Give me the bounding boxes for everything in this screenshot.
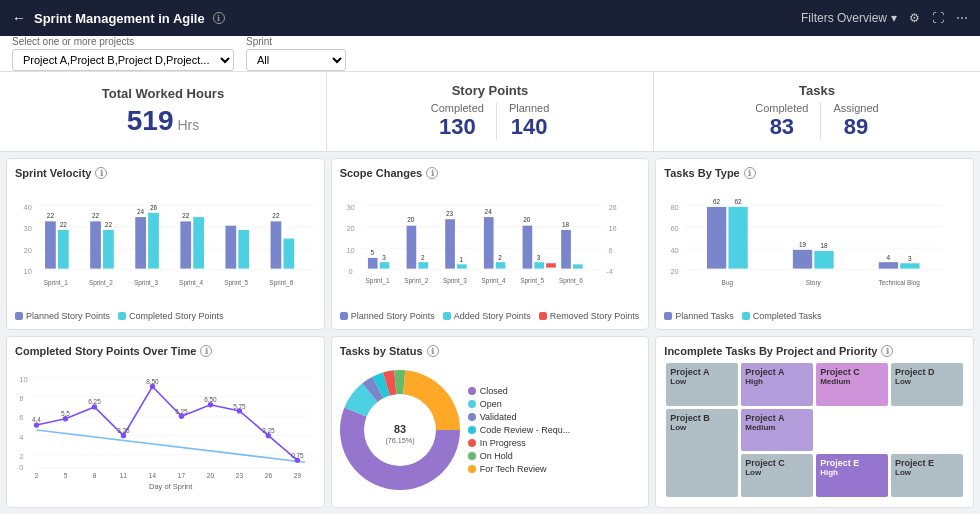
svg-text:5: 5 <box>370 249 374 256</box>
svg-text:16: 16 <box>608 224 616 233</box>
svg-text:20: 20 <box>207 472 215 479</box>
svg-text:3.25: 3.25 <box>262 427 275 434</box>
svg-text:3.25: 3.25 <box>117 427 130 434</box>
svg-text:60: 60 <box>671 224 679 233</box>
svg-text:0: 0 <box>19 463 23 472</box>
svg-rect-21 <box>193 217 204 269</box>
svg-text:22: 22 <box>92 212 100 219</box>
kpi-tasks-title: Tasks <box>799 83 835 98</box>
svg-text:Story: Story <box>806 279 822 287</box>
treemap-cell: Project B Low <box>666 409 738 497</box>
scope-changes-svg: 30 20 10 0 26 16 6 -4 5 3 <box>340 183 641 307</box>
kpi-tasks-assigned: Assigned 89 <box>821 102 890 140</box>
svg-text:8.50: 8.50 <box>146 378 159 385</box>
title-info-icon[interactable]: ℹ <box>213 12 225 24</box>
svg-rect-84 <box>707 207 726 269</box>
svg-text:11: 11 <box>120 472 128 479</box>
svg-text:10: 10 <box>24 267 32 276</box>
header: ← Sprint Management in Agile ℹ Filters O… <box>0 0 980 36</box>
svg-rect-67 <box>561 230 571 269</box>
scope-changes-chart: 30 20 10 0 26 16 6 -4 5 3 <box>340 183 641 307</box>
tasks-status-chart: 83 (76.15%) Closed Open Validated Code R… <box>340 361 641 499</box>
tasks-status-info[interactable]: ℹ <box>427 345 439 357</box>
sprint-velocity-info[interactable]: ℹ <box>95 167 107 179</box>
svg-text:26: 26 <box>265 472 273 479</box>
svg-text:22: 22 <box>182 212 190 219</box>
svg-text:-4: -4 <box>606 267 613 276</box>
settings-icon[interactable]: ⚙ <box>909 11 920 25</box>
svg-text:0: 0 <box>348 267 352 276</box>
svg-text:62: 62 <box>713 198 721 205</box>
svg-text:Sprint_3: Sprint_3 <box>134 279 158 287</box>
tasks-status-pie: 83 (76.15%) <box>340 370 460 490</box>
kpi-story-title: Story Points <box>452 83 529 98</box>
svg-text:20: 20 <box>24 246 32 255</box>
svg-text:Sprint_6: Sprint_6 <box>269 279 293 287</box>
treemap-cell: Project D Low <box>891 363 963 406</box>
svg-text:6: 6 <box>19 413 23 422</box>
page-title: Sprint Management in Agile <box>34 11 205 26</box>
sprint-filter-select[interactable]: All <box>246 49 346 71</box>
svg-rect-26 <box>283 239 294 269</box>
kpi-tasks: Tasks Completed 83 Assigned 89 <box>654 72 980 151</box>
svg-rect-9 <box>58 230 69 269</box>
kpi-hours: Total Worked Hours 519 Hrs <box>0 72 327 151</box>
svg-rect-24 <box>238 230 249 269</box>
project-filter-label: Select one or more projects <box>12 36 234 47</box>
svg-text:Sprint_5: Sprint_5 <box>224 279 248 287</box>
tasks-by-type-card: Tasks By Type ℹ 80 60 40 20 62 62 <box>655 158 974 330</box>
svg-text:2: 2 <box>421 254 425 261</box>
tasks-by-type-info[interactable]: ℹ <box>744 167 756 179</box>
header-right: Filters Overview ▾ ⚙ ⛶ ⋯ <box>801 11 968 25</box>
svg-text:3: 3 <box>537 254 541 261</box>
kpi-hours-value: 519 <box>127 105 174 137</box>
more-icon[interactable]: ⋯ <box>956 11 968 25</box>
treemap-cell: Project A High <box>741 363 813 406</box>
kpi-story-planned: Planned 140 <box>497 102 561 140</box>
svg-text:6.25: 6.25 <box>88 398 101 405</box>
svg-text:62: 62 <box>735 198 743 205</box>
svg-text:40: 40 <box>671 246 679 255</box>
sprint-velocity-card: Sprint Velocity ℹ 40 30 20 10 22 22 <box>6 158 325 330</box>
sprint-velocity-title: Sprint Velocity ℹ <box>15 167 316 179</box>
back-icon[interactable]: ← <box>12 10 26 26</box>
kpi-story-completed: Completed 130 <box>419 102 497 140</box>
svg-text:Sprint_3: Sprint_3 <box>443 277 467 285</box>
svg-text:6.50: 6.50 <box>204 396 217 403</box>
svg-text:Day of Sprint: Day of Sprint <box>149 482 193 491</box>
svg-rect-93 <box>901 263 920 268</box>
scope-changes-info[interactable]: ℹ <box>426 167 438 179</box>
svg-text:4: 4 <box>887 254 891 261</box>
scope-changes-card: Scope Changes ℹ 30 20 10 0 26 16 6 -4 <box>331 158 650 330</box>
svg-rect-92 <box>879 262 898 268</box>
svg-rect-64 <box>546 263 556 267</box>
svg-text:20: 20 <box>523 216 531 223</box>
svg-rect-63 <box>534 262 544 268</box>
svg-text:5.25: 5.25 <box>175 408 188 415</box>
scope-changes-title: Scope Changes ℹ <box>340 167 641 179</box>
completed-story-points-info[interactable]: ℹ <box>200 345 212 357</box>
expand-icon[interactable]: ⛶ <box>932 11 944 25</box>
svg-text:2: 2 <box>35 472 39 479</box>
svg-text:Sprint_5: Sprint_5 <box>520 277 544 285</box>
svg-rect-12 <box>90 221 101 268</box>
svg-text:5: 5 <box>64 472 68 479</box>
incomplete-tasks-info[interactable]: ℹ <box>881 345 893 357</box>
filters-overview-button[interactable]: Filters Overview ▾ <box>801 11 897 25</box>
kpi-tasks-completed: Completed 83 <box>743 102 821 140</box>
svg-text:22: 22 <box>47 212 55 219</box>
svg-text:17: 17 <box>178 472 186 479</box>
svg-text:Sprint_4: Sprint_4 <box>179 279 203 287</box>
kpi-tasks-split: Completed 83 Assigned 89 <box>743 102 890 140</box>
svg-rect-20 <box>180 221 191 268</box>
svg-text:Sprint_2: Sprint_2 <box>89 279 113 287</box>
project-filter-select[interactable]: Project A,Project B,Project D,Project... <box>12 49 234 71</box>
treemap-cell: Project A Low <box>666 363 738 406</box>
svg-text:6: 6 <box>608 246 612 255</box>
svg-text:Sprint_6: Sprint_6 <box>559 277 583 285</box>
incomplete-tasks-title: Incomplete Tasks By Project and Priority… <box>664 345 965 357</box>
svg-text:24: 24 <box>137 208 145 215</box>
tasks-status-legend: Closed Open Validated Code Review - Requ… <box>468 386 571 474</box>
kpi-story-points: Story Points Completed 130 Planned 140 <box>327 72 654 151</box>
svg-text:23: 23 <box>236 472 244 479</box>
